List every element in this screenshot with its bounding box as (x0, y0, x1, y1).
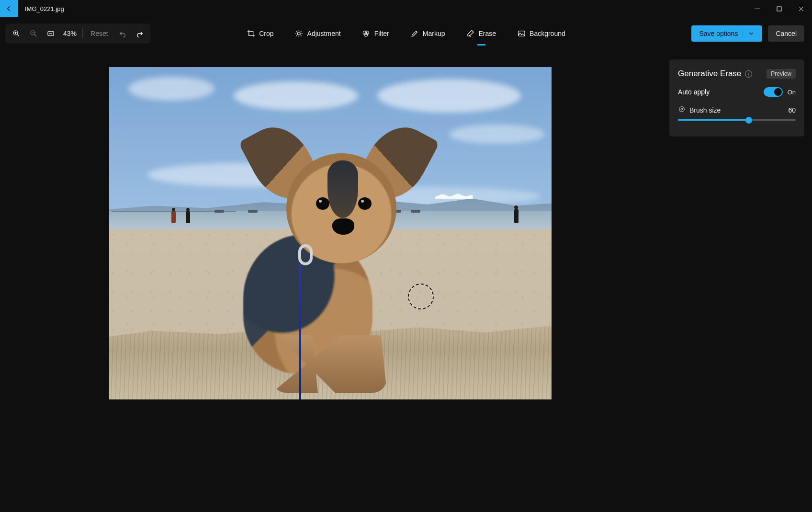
redo-button[interactable] (132, 26, 147, 41)
erase-panel: Generative Erase i Preview Auto apply On… (669, 59, 804, 137)
cloud (128, 77, 214, 101)
svg-point-9 (679, 107, 685, 112)
svg-point-4 (298, 32, 301, 35)
zoom-out-button[interactable] (26, 26, 41, 41)
brush-size-icon (678, 105, 686, 114)
divider (82, 28, 83, 39)
slider-fill (678, 119, 749, 121)
tab-crop-label: Crop (259, 30, 273, 37)
auto-apply-toggle[interactable] (764, 87, 783, 97)
window-controls (746, 0, 812, 17)
toolbar: 43% Reset Crop Adjustment Filter Markup (0, 17, 812, 50)
tab-background-label: Background (530, 30, 565, 37)
crop-icon (247, 29, 255, 38)
dog-nose (332, 218, 354, 235)
arrow-left-icon (5, 5, 13, 12)
undo-button[interactable] (115, 26, 130, 41)
boat (214, 210, 224, 213)
erase-icon (466, 29, 474, 38)
file-name: IMG_0221.jpg (25, 5, 64, 12)
reset-button[interactable]: Reset (86, 30, 113, 37)
svg-point-10 (681, 108, 683, 110)
image-canvas[interactable] (109, 67, 552, 399)
tab-crop[interactable]: Crop (247, 26, 273, 41)
tab-markup[interactable]: Markup (410, 26, 445, 41)
edit-tabs: Crop Adjustment Filter Markup Erase Back… (247, 26, 565, 41)
chevron-down-icon (743, 30, 755, 37)
boat (248, 210, 258, 213)
tab-adjustment[interactable]: Adjustment (295, 26, 341, 41)
save-options-label: Save options (699, 30, 738, 37)
close-icon (799, 6, 804, 11)
minimize-button[interactable] (746, 0, 768, 17)
markup-icon (410, 29, 419, 38)
panel-title-row: Generative Erase i (678, 69, 752, 79)
minimize-icon (755, 6, 760, 11)
back-button[interactable] (0, 0, 18, 17)
distant-person (514, 209, 519, 223)
tab-adjustment-label: Adjustment (307, 30, 341, 37)
fit-icon (46, 29, 55, 38)
maximize-icon (777, 6, 782, 11)
distant-person (186, 211, 190, 223)
dog-eye (316, 197, 329, 210)
tab-background[interactable]: Background (517, 26, 565, 41)
slider-thumb[interactable] (745, 117, 752, 124)
adjustment-icon (295, 29, 304, 38)
leash (299, 264, 301, 399)
zoom-in-icon (12, 29, 21, 38)
title-bar: IMG_0221.jpg (0, 0, 812, 17)
save-options-button[interactable]: Save options (691, 25, 762, 42)
zoom-in-button[interactable] (9, 26, 24, 41)
auto-apply-label: Auto apply (678, 88, 710, 96)
harness-ring (298, 244, 313, 265)
close-button[interactable] (790, 0, 812, 17)
info-icon[interactable]: i (745, 70, 752, 78)
maximize-button[interactable] (768, 0, 790, 17)
cloud (377, 79, 521, 113)
cloud (449, 125, 545, 144)
filter-icon (362, 29, 371, 38)
tab-erase-label: Erase (478, 30, 496, 37)
boat (411, 210, 420, 213)
cloud (234, 81, 358, 110)
redo-icon (135, 29, 144, 38)
tab-markup-label: Markup (423, 30, 445, 37)
cancel-label: Cancel (776, 30, 797, 37)
canvas-area (0, 50, 661, 512)
dog-muzzle (327, 160, 358, 218)
panel-title: Generative Erase (678, 69, 741, 79)
preview-badge: Preview (767, 69, 796, 79)
svg-rect-0 (777, 7, 781, 11)
brush-cursor (408, 284, 434, 309)
zoom-out-icon (29, 29, 38, 38)
zoom-level[interactable]: 43% (60, 30, 79, 37)
action-buttons: Save options Cancel (691, 25, 804, 42)
brush-size-value: 60 (788, 106, 796, 114)
tab-erase[interactable]: Erase (466, 26, 496, 41)
distant-person (171, 211, 176, 223)
undo-icon (118, 29, 127, 38)
tab-filter[interactable]: Filter (362, 26, 389, 41)
brush-size-slider[interactable] (678, 115, 796, 125)
dog-eye (358, 197, 372, 210)
auto-apply-value: On (788, 89, 796, 96)
background-icon (517, 29, 526, 38)
tab-filter-label: Filter (374, 30, 389, 37)
cancel-button[interactable]: Cancel (768, 25, 804, 42)
brush-size-label: Brush size (689, 106, 721, 114)
zoom-cluster: 43% Reset (6, 24, 150, 43)
fit-to-screen-button[interactable] (43, 26, 58, 41)
